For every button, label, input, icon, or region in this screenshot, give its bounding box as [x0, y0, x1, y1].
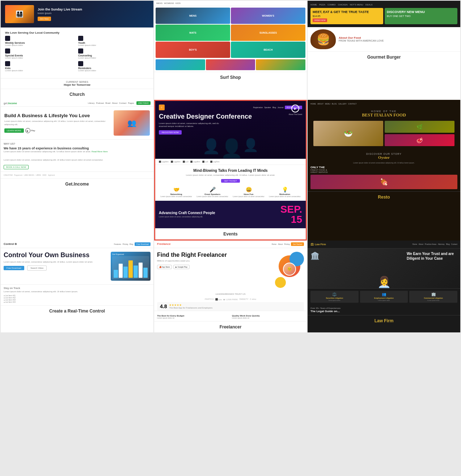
law-nav-practice[interactable]: Practice Areas	[425, 243, 436, 245]
resto-nav-blog[interactable]: BLOG	[332, 103, 337, 105]
control-free-download-btn[interactable]: Free Download	[4, 266, 24, 270]
events-register-btn[interactable]: REGISTER NOW	[159, 130, 182, 135]
income-read-more-link[interactable]: Read More Here	[92, 150, 107, 153]
weekly-label: Weekly Services	[5, 42, 76, 44]
burger-nav-combo[interactable]: COMBO	[327, 4, 336, 6]
income-nav-join-btn[interactable]: JOIN TODAY	[136, 101, 151, 105]
fl-rating: 4.8 ★★★★★ The Best App for Freelancers a…	[157, 302, 304, 311]
list-item[interactable]: BOY'S	[156, 42, 230, 58]
fl-googleplay-btn[interactable]: ▶ Google Play	[173, 265, 190, 269]
law-nav-home[interactable]: Home	[412, 243, 417, 245]
fl-nav-home[interactable]: Home	[272, 243, 276, 245]
weekly-desc: Lorem ipsum dolor	[5, 44, 76, 46]
burger-nav-home[interactable]: HOME	[310, 4, 317, 6]
list-item[interactable]: MATS	[156, 25, 230, 41]
resto-nav-home[interactable]: HOME	[310, 103, 316, 105]
control-nav-features[interactable]: Features	[114, 243, 121, 245]
burger-card-label: Gourmet Burger	[308, 51, 460, 63]
events-get-ticket-btn[interactable]: GET TICKET	[221, 179, 240, 183]
list-item[interactable]: WOMEN'S	[231, 8, 305, 24]
control-nav-pricing[interactable]: Pricing	[123, 243, 128, 245]
surf-small-2[interactable]	[206, 59, 255, 70]
events-label-svc: Special Events	[5, 54, 76, 57]
speakers-icon: 🎤	[195, 187, 230, 192]
burger-card: HOME PIZZA COMBO CHICKEN NOT'S MENU DEAL…	[308, 1, 460, 100]
fl-brand-2: ⬛ quu	[215, 298, 222, 301]
resto-nav-gallery[interactable]: GALLERY	[338, 103, 347, 105]
burger-order-btn[interactable]: ORDER NOW	[313, 18, 327, 22]
control-nav: Control B Features Pricing Blog Free Dow…	[1, 241, 153, 248]
income-nav-library[interactable]: Library	[88, 102, 94, 104]
burger-promo-1[interactable]: MEET, EAT & GET THE TRUE TASTE $14.65 OR…	[310, 8, 383, 24]
income-nav-about[interactable]: About	[112, 102, 118, 104]
burger-promo-2[interactable]: DISCOVERY NEW MENU BUY ONE GET TWO	[385, 8, 457, 24]
events-nav-reg[interactable]: Registration	[253, 106, 263, 109]
income-extra-text: Lorem ipsum dolor sit amet, consectetur …	[4, 158, 151, 161]
list-item: Counseling Lorem ipsum dolor	[78, 48, 149, 59]
resto-nav-contact[interactable]: CONTACT	[348, 103, 357, 105]
control-nav-blog[interactable]: Blog	[130, 243, 133, 245]
events-nav-journal[interactable]: Journal	[278, 106, 283, 109]
list-item[interactable]: SUNGLASSES	[231, 25, 305, 41]
burger-nav-chicken[interactable]: CHICKEN	[338, 4, 348, 6]
motivation-desc: Lorem ipsum dolor sit amet consectetur	[267, 195, 302, 198]
fl-nav-about[interactable]: About	[278, 243, 283, 245]
events-logo: C	[159, 105, 165, 110]
income-play-label: Play	[31, 129, 35, 132]
fl-nav-pricing[interactable]: Pricing	[284, 243, 289, 245]
list-item: 👥 Employment Litigation Lorem ipsum dolo…	[360, 291, 408, 303]
income-card-label: Get.Income	[1, 178, 153, 190]
control-logo: Control B	[4, 242, 17, 246]
burger-nav-more[interactable]: NOT'S MENU	[350, 4, 363, 6]
surf-small-1[interactable]	[156, 59, 205, 70]
surf-nav: MENS WOMENS KIDS	[154, 1, 307, 6]
law-card-label: Law Firm	[308, 315, 460, 326]
burger-about-sub: FROM TEXAS WITH AMERICAN LOVE	[339, 39, 384, 42]
control-download-nav-btn[interactable]: Free Download	[135, 242, 151, 246]
resto-nav-about[interactable]: ABOUT	[317, 103, 323, 105]
resto-nav-menu[interactable]: MENU	[325, 103, 330, 105]
events-nav-speaker[interactable]: Speaker	[264, 106, 271, 109]
surf-categories-grid: MENS WOMEN'S MATS SUNGLASSES BOY'S BEACH	[154, 6, 307, 59]
fl-get-started-btn[interactable]: Get Started	[291, 242, 304, 246]
resto-title1: BEST ITALIAN FOOD	[310, 112, 457, 118]
income-logo-4: LIBRE	[36, 174, 41, 176]
income-nav-contact[interactable]: Contact	[119, 102, 127, 104]
income-nav-podcast[interactable]: Podcast	[96, 102, 104, 104]
events-nav-blog[interactable]: Blog	[272, 106, 276, 109]
law-flag-icon: 🏛️	[310, 251, 320, 260]
events-section-title: Mind-Blowing Talks From Leading IT Minds	[159, 169, 302, 173]
law-nav-contact[interactable]: Contact	[451, 243, 457, 245]
income-nav-braid[interactable]: Braid	[105, 102, 110, 104]
events-features: 🤝 Networking Lorem ipsum dolor sit amet …	[155, 187, 306, 201]
income-play-btn[interactable]: ▶ Play	[25, 128, 35, 133]
burger-nav-deals[interactable]: DEALS	[365, 4, 373, 6]
events-sponsors: ⬛ Logofirm ⬛ Logofirm ⬛ Lo3 ⬛ Logofirm ⬛…	[155, 159, 306, 165]
events-play-icon[interactable]: ▶	[291, 105, 299, 112]
fl-appstore-btn[interactable]: 🍎 App Store	[157, 265, 172, 269]
law-nav-items: Home About Practice Areas Attorney Blog …	[412, 243, 457, 245]
surf-nav-kids[interactable]: KIDS	[175, 2, 181, 4]
resto-signature: Oyster	[310, 155, 457, 160]
surf-nav-mens[interactable]: MENS	[156, 2, 162, 4]
income-hero-title: Build A Business & Lifestyle You Love	[4, 113, 111, 119]
income-book-btn[interactable]: BOOK A CALL NOW	[4, 165, 29, 169]
law-nav-blog[interactable]: Blog	[446, 243, 450, 245]
income-nav-pages[interactable]: Pages	[128, 102, 134, 104]
list-item[interactable]: MENS	[156, 8, 230, 24]
surf-womens-img: WOMEN'S	[231, 8, 305, 24]
law-nav-about[interactable]: About	[419, 243, 423, 245]
law-nav-attorney[interactable]: Attorney	[438, 243, 445, 245]
church-join-btn[interactable]: Join Now	[38, 17, 51, 21]
counseling-label: Counseling	[78, 54, 149, 57]
income-learn-more-btn[interactable]: LEARN MORE	[4, 128, 24, 133]
church-sub: lorem ipsum	[38, 12, 82, 14]
control-section-label: Get Organized	[112, 253, 149, 255]
fl-circles: 😊	[275, 252, 304, 288]
surf-small-3[interactable]	[256, 59, 305, 70]
control-search-video-btn[interactable]: Search Video	[27, 265, 47, 271]
burger-nav-pizza[interactable]: PIZZA	[319, 4, 325, 6]
burger-img-section: About Our Food FROM TEXAS WITH AMERICAN …	[308, 27, 460, 51]
surf-nav-womens[interactable]: WOMENS	[164, 2, 174, 4]
list-item[interactable]: BEACH	[231, 42, 305, 58]
